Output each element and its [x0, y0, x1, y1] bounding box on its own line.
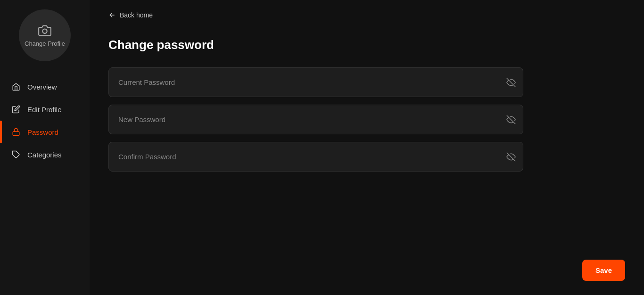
toggle-confirm-password-button[interactable]	[506, 152, 516, 162]
home-icon	[11, 82, 21, 91]
lock-icon	[11, 127, 21, 137]
password-form	[108, 67, 523, 172]
change-profile-button[interactable]: Change Profile	[19, 9, 71, 61]
eye-off-icon-3	[506, 152, 516, 162]
change-profile-label: Change Profile	[25, 40, 65, 47]
sidebar-item-overview[interactable]: Overview	[0, 75, 90, 98]
confirm-password-input[interactable]	[108, 142, 523, 172]
sidebar-nav: Overview Edit Profile Password	[0, 75, 90, 166]
current-password-input[interactable]	[108, 67, 523, 97]
sidebar-item-edit-profile[interactable]: Edit Profile	[0, 98, 90, 121]
back-home-link[interactable]: Back home	[108, 11, 625, 19]
sidebar-edit-profile-label: Edit Profile	[27, 106, 62, 114]
svg-rect-1	[13, 131, 19, 135]
sidebar-item-categories[interactable]: Categories	[0, 143, 90, 166]
new-password-input[interactable]	[108, 105, 523, 134]
sidebar: Change Profile Overview Edit Profile	[0, 0, 90, 295]
eye-off-icon-2	[506, 115, 516, 124]
toggle-current-password-button[interactable]	[506, 78, 516, 87]
pencil-icon	[11, 105, 21, 114]
new-password-wrapper	[108, 105, 523, 134]
sidebar-item-password[interactable]: Password	[0, 121, 90, 143]
toggle-new-password-button[interactable]	[506, 115, 516, 124]
eye-off-icon	[506, 78, 516, 87]
main-content: Back home Change password	[90, 0, 644, 295]
arrow-left-icon	[108, 11, 116, 19]
page-title: Change password	[108, 38, 625, 52]
tag-icon	[11, 150, 21, 159]
camera-icon	[38, 24, 51, 37]
save-button[interactable]: Save	[582, 260, 625, 281]
back-home-label: Back home	[120, 11, 153, 19]
sidebar-overview-label: Overview	[27, 83, 57, 91]
confirm-password-wrapper	[108, 142, 523, 172]
sidebar-categories-label: Categories	[27, 151, 62, 159]
svg-point-0	[42, 29, 47, 33]
sidebar-password-label: Password	[27, 128, 58, 136]
current-password-wrapper	[108, 67, 523, 97]
